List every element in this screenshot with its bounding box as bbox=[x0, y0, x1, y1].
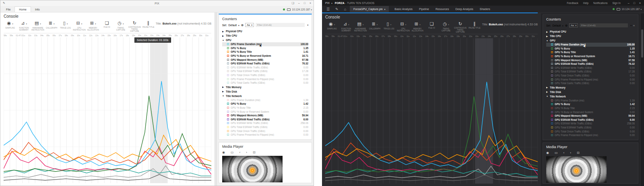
counter-group-title-memory[interactable]: ▶Title Memory bbox=[222, 85, 308, 89]
menu-shaders[interactable]: Shaders bbox=[480, 8, 490, 10]
prev-frame-icon[interactable]: ‹ bbox=[564, 151, 565, 155]
feedback-link[interactable]: Feedback bbox=[567, 2, 578, 4]
counter-group-title-network[interactable]: ▼Title Network bbox=[546, 94, 635, 99]
counter-group-gpu[interactable]: ▼GPU bbox=[222, 38, 308, 42]
close-button[interactable]: × bbox=[639, 2, 641, 4]
counter-checkbox[interactable] bbox=[551, 70, 553, 72]
counter-checkbox[interactable] bbox=[227, 130, 229, 132]
counter-checkbox[interactable] bbox=[227, 47, 229, 49]
tab-file[interactable]: File bbox=[2, 7, 14, 12]
counter-checkbox[interactable] bbox=[551, 107, 553, 109]
counter-chart-svg[interactable] bbox=[4, 37, 211, 183]
counter-row[interactable]: GPU % Busy1.35 bbox=[222, 46, 308, 50]
counter-checkbox[interactable] bbox=[551, 59, 553, 61]
screenshot-icon[interactable]: ◉ bbox=[222, 151, 225, 154]
counter-row[interactable]: GPU % Busy or Reserved System16.71 bbox=[546, 54, 635, 58]
counter-row[interactable]: GPU % Busy Title2.15 bbox=[546, 106, 635, 110]
pause-title-button[interactable]: ∥PAUSE TITLE bbox=[142, 21, 155, 28]
function-summary-button[interactable]: ⊿ ▾FUNCTION SUMMARY bbox=[17, 21, 30, 31]
close-filter-icon[interactable]: × bbox=[633, 24, 635, 27]
set-dropdown[interactable]: Default ▾ bbox=[553, 24, 564, 27]
continuous-timing-capture-button[interactable]: ↻CONTINUOUS TIMING CAPTURE bbox=[128, 21, 141, 32]
video-icon[interactable]: ▭ bbox=[231, 151, 234, 154]
cpu-instruction-button[interactable]: ⊟ ▾CPU INSTRUCTION bbox=[396, 21, 410, 32]
counter-row[interactable]: GPU ESRAM Read Traffic (GB/s)76.32 bbox=[546, 62, 635, 66]
trace-log-button[interactable]: ▯ ▾TRACE LOG bbox=[382, 21, 396, 30]
counter-row[interactable]: GPU % Busy1.42 bbox=[222, 102, 308, 106]
counter-row[interactable]: GPU Frame Duration (ms)100.00➤ bbox=[546, 43, 635, 47]
counter-row[interactable]: GPU ESRAM Read Traffic (GB/s)76.32 bbox=[222, 62, 308, 66]
counter-row[interactable]: GPU Frame Presented to Flipped (ms)0.00 bbox=[546, 133, 635, 137]
screenshot-thumbnail[interactable] bbox=[222, 156, 283, 182]
save-icon[interactable]: ⊡ bbox=[253, 151, 256, 154]
counter-checkbox[interactable] bbox=[227, 122, 229, 124]
video-icon[interactable]: ▭ bbox=[555, 151, 558, 155]
counter-row[interactable]: GPU Frame Duration (ms)1.39 bbox=[222, 98, 308, 102]
counter-row[interactable]: GPU Mapped Memory (MB)97.58 bbox=[546, 58, 635, 62]
timing-capture-button[interactable]: ◷ ▾TIMING CAPTURE bbox=[439, 21, 452, 32]
counter-checkbox[interactable] bbox=[227, 118, 229, 120]
counter-row[interactable]: GPU ESRAM Read Traffic (GB/s)6.00 bbox=[222, 118, 308, 122]
pause-title-button[interactable]: ∥PAUSE TITLE bbox=[468, 21, 481, 29]
counter-checkbox[interactable] bbox=[551, 51, 553, 53]
sampling-button[interactable]: ◉ ▾SAMPLING bbox=[4, 21, 17, 29]
counter-row[interactable]: GPU Frame Presented to Flipped (ms)0.00 bbox=[222, 133, 308, 137]
counter-checkbox[interactable] bbox=[551, 74, 553, 76]
counter-row[interactable]: GPU % Busy or Reserved System16.71 bbox=[222, 54, 308, 58]
cpu-instruction-button[interactable]: ⊟ ▾CPU INSTRUCTION bbox=[73, 21, 86, 31]
chevron-down-icon[interactable]: ▾ bbox=[307, 24, 308, 26]
screenshot-icon[interactable]: ◉ bbox=[546, 151, 549, 155]
counter-checkbox[interactable] bbox=[551, 122, 553, 124]
callgraph-button[interactable]: ≣ ▾CALLGRAPH bbox=[45, 21, 58, 29]
prev-frame-icon[interactable]: ‹ bbox=[239, 151, 241, 154]
counter-checkbox[interactable] bbox=[551, 130, 553, 132]
tab-home[interactable]: Home bbox=[14, 6, 31, 12]
counter-checkbox[interactable] bbox=[551, 43, 553, 45]
counter-checkbox[interactable] bbox=[551, 115, 553, 117]
minimize-button[interactable]: – bbox=[628, 2, 630, 4]
counter-group-physical-cpu[interactable]: ▶Physical CPU bbox=[222, 29, 308, 33]
counter-row[interactable]: GPU % Busy1.42 bbox=[546, 102, 635, 106]
help-link[interactable]: Help bbox=[583, 2, 588, 4]
counter-checkbox[interactable] bbox=[227, 107, 229, 109]
counter-checkbox[interactable] bbox=[227, 70, 229, 72]
trace-log-button[interactable]: ▯ ▾TRACE LOG bbox=[59, 21, 72, 29]
hardware-instruction-button[interactable]: ▤ ▾HARDWARE INSTRUCTION bbox=[31, 21, 44, 31]
counter-checkbox[interactable] bbox=[551, 119, 553, 121]
counter-row[interactable]: GPU Total ESRAM Traffic (GB/s)17.28 bbox=[222, 69, 308, 73]
counter-row[interactable]: GPU Mapped Memory (MB)97.58 bbox=[222, 58, 308, 62]
counter-group-title-disk[interactable]: ▶Title Disk bbox=[222, 89, 308, 94]
counter-checkbox[interactable] bbox=[551, 82, 553, 84]
counter-row[interactable]: GPU % Busy Title2.15 bbox=[222, 106, 308, 110]
filter-input[interactable]: Filter (Ctrl+E) bbox=[580, 23, 628, 27]
menu-resources[interactable]: Resources bbox=[436, 8, 449, 10]
counter-group-physical-cpu[interactable]: ▶Physical CPU bbox=[546, 29, 635, 34]
home-icon[interactable]: ⌂ bbox=[342, 7, 348, 11]
counter-chart-svg[interactable] bbox=[325, 38, 538, 184]
counter-checkbox[interactable] bbox=[227, 82, 229, 84]
next-frame-icon[interactable]: › bbox=[570, 151, 571, 155]
counter-row[interactable]: GPU ESRAM Write Traffic (GB/s)0.00 bbox=[222, 66, 308, 70]
counter-row[interactable]: GPU % Busy Title1.41 bbox=[222, 50, 308, 54]
timing-capture-button[interactable]: ◷ ▾TIMING CAPTURE bbox=[114, 21, 127, 31]
tab-info[interactable]: Info bbox=[31, 7, 44, 12]
counter-checkbox[interactable] bbox=[227, 51, 229, 53]
maximize-button[interactable]: □ bbox=[634, 2, 635, 4]
connection-status[interactable]: 10.124.120.187 ▾ bbox=[283, 8, 312, 12]
counter-checkbox[interactable] bbox=[551, 103, 553, 105]
counter-checkbox[interactable] bbox=[551, 55, 553, 57]
counter-checkbox[interactable] bbox=[227, 66, 229, 68]
counter-checkbox[interactable] bbox=[227, 59, 229, 61]
file-io-button[interactable]: ❏FILE IO bbox=[100, 21, 113, 28]
counter-checkbox[interactable] bbox=[551, 63, 553, 65]
sign-in-link[interactable]: Sign In bbox=[613, 2, 621, 4]
counter-row[interactable]: GPU ESRAM Write Traffic (GB/s)0.00 bbox=[546, 66, 635, 70]
counter-row[interactable]: GPU Mapped Memory (MB)59.94 bbox=[546, 114, 635, 118]
continuous-timing-capture-button[interactable]: ↻CONTINUOUS TIMING CAPTURE bbox=[454, 21, 467, 33]
counter-row[interactable]: GPU % Busy or Reserved System0.00 bbox=[222, 110, 308, 114]
counter-row[interactable]: GPU Total Onion Traffic (GB/s)0.00 bbox=[546, 129, 635, 133]
timeline-chart[interactable]: 58s59s01:47:00.00001s02s03s04s05s06s07s0… bbox=[4, 33, 211, 183]
hardware-instruction-button[interactable]: ▤ ▾HARDWARE INSTRUCTION bbox=[354, 21, 367, 32]
gear-icon[interactable]: ⊛ bbox=[565, 24, 568, 27]
counter-checkbox[interactable] bbox=[227, 62, 229, 64]
